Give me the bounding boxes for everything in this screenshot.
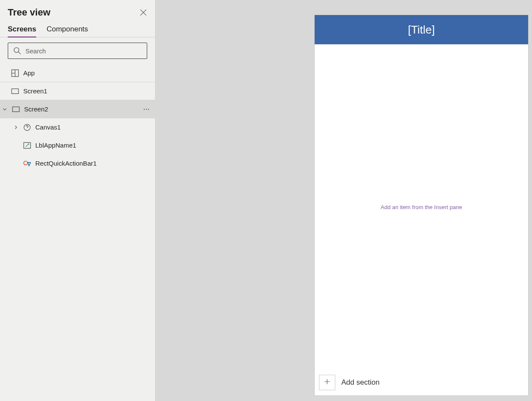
svg-rect-2 [12,89,19,93]
search-icon [13,47,21,55]
search-box[interactable] [8,43,147,59]
tree-item-label: App [23,69,35,77]
tree-item-rectquickactionbar1[interactable]: RectQuickActionBar1 [0,154,155,173]
preview-title-text: [Title] [408,23,435,37]
tree-item-screen2[interactable]: Screen2 [0,100,155,118]
tree-tabs: Screens Components [0,22,155,37]
tree-view-panel: Tree view Screens Components App Screen [0,0,155,401]
tree-item-label: RectQuickActionBar1 [35,160,97,167]
preview-empty-zone[interactable]: Add an item from the Insert pane [315,44,528,370]
label-edit-icon [23,142,31,149]
tab-screens[interactable]: Screens [8,22,36,37]
chevron-down-icon[interactable] [2,106,8,112]
svg-point-0 [14,48,19,52]
tab-components[interactable]: Components [46,22,88,37]
svg-point-6 [148,108,149,109]
tree-view-header: Tree view [0,0,155,22]
tree-item-canvas1[interactable]: Canvas1 [0,118,155,136]
app-icon [11,69,19,77]
tree-view-title: Tree view [8,7,50,18]
search-input[interactable] [25,47,142,55]
screen-preview[interactable]: [Title] Add an item from the Insert pane… [314,15,529,396]
tree-item-label: Screen2 [24,105,48,113]
add-section-button[interactable] [319,375,335,390]
add-section-bar: Add section [315,370,528,395]
screen-icon [11,87,19,95]
tree-item-label: Canvas1 [35,123,61,131]
svg-point-9 [24,161,28,165]
plus-icon [324,378,331,387]
tree-item-label: LblAppName1 [35,142,76,149]
tree-item-label: Screen1 [23,87,47,95]
tree-item-screen1[interactable]: Screen1 [0,82,155,100]
chevron-right-icon[interactable] [13,124,19,130]
more-icon[interactable] [143,106,150,113]
tree-item-app[interactable]: App [0,64,155,82]
empty-hint-text: Add an item from the Insert pane [380,204,462,210]
add-section-label: Add section [341,378,380,387]
tree-list: App Screen1 Screen2 [0,64,155,401]
canvas-area: [Title] Add an item from the Insert pane… [155,0,532,401]
preview-title-bar[interactable]: [Title] [315,15,528,44]
svg-point-4 [144,108,145,109]
tree-item-lblappname1[interactable]: LblAppName1 [0,136,155,154]
close-icon[interactable] [139,9,147,16]
question-circle-icon [23,123,31,131]
svg-rect-3 [12,107,19,111]
search-container [0,37,155,64]
shape-icon [23,160,31,167]
screen-icon [12,105,20,113]
svg-point-5 [146,108,147,109]
